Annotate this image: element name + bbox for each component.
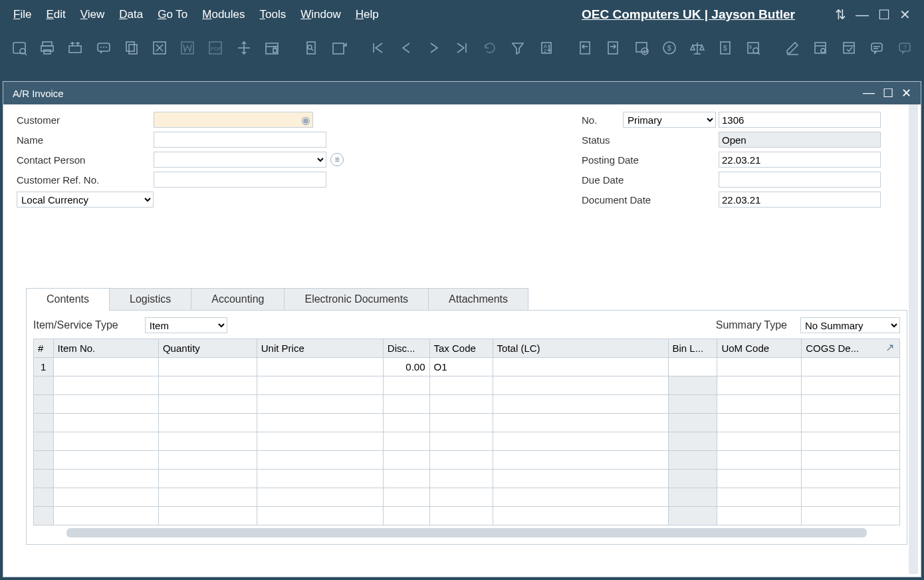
menu-file[interactable]: File — [13, 8, 31, 21]
target-doc-icon[interactable] — [602, 35, 624, 61]
customer-label: Customer — [17, 114, 154, 126]
first-record-icon[interactable] — [366, 35, 389, 61]
grid-col-quantity[interactable]: Quantity — [158, 339, 257, 358]
summary-type-select[interactable]: No Summary — [800, 317, 900, 333]
svg-point-11 — [100, 47, 102, 48]
tab-electronic-documents[interactable]: Electronic Documents — [284, 288, 429, 310]
svg-marker-10 — [100, 51, 103, 54]
close-app-icon[interactable]: ✕ — [899, 7, 911, 23]
minimize-app-icon[interactable]: — — [856, 7, 869, 23]
last-record-icon[interactable] — [451, 35, 473, 61]
tab-logistics[interactable]: Logistics — [109, 288, 191, 310]
menu-edit[interactable]: Edit — [46, 8, 65, 21]
due-date-input[interactable] — [719, 172, 881, 188]
launch-app-icon[interactable] — [233, 35, 255, 61]
close-doc-icon[interactable]: ✕ — [901, 86, 911, 100]
customer-input[interactable] — [154, 112, 313, 128]
link-icon[interactable]: ⇅ — [835, 7, 846, 23]
status-label: Status — [582, 134, 719, 146]
expand-grid-icon[interactable]: ↗ — [885, 341, 897, 353]
svg-rect-4 — [41, 46, 53, 51]
svg-text:$: $ — [749, 45, 752, 49]
vertical-scrollbar[interactable] — [909, 104, 918, 574]
tab-contents[interactable]: Contents — [26, 288, 110, 310]
summary-type-label: Summary Type — [716, 319, 787, 331]
prev-record-icon[interactable] — [395, 35, 417, 61]
next-record-icon[interactable] — [423, 35, 445, 61]
contact-details-icon[interactable]: ≡ — [330, 153, 344, 166]
document-date-input[interactable] — [719, 192, 881, 208]
svg-rect-0 — [13, 43, 25, 53]
contact-select[interactable] — [154, 152, 326, 168]
select-layout-icon[interactable] — [64, 35, 86, 61]
svg-rect-39 — [580, 42, 590, 54]
maximize-doc-icon[interactable]: ☐ — [883, 86, 893, 100]
grid-col-tax-code[interactable]: Tax Code — [429, 339, 493, 358]
refresh-icon[interactable] — [479, 35, 501, 61]
grid-col-item-no[interactable]: Item No. — [53, 339, 158, 358]
menu-data[interactable]: Data — [119, 8, 143, 21]
docnum-input[interactable] — [719, 112, 881, 128]
grid-col-total-lc[interactable]: Total (LC) — [493, 339, 668, 358]
customer-choose-icon[interactable]: ◉ — [301, 114, 310, 126]
volume-weight-icon[interactable] — [686, 35, 709, 61]
main-toolbar: PDF AZ $ $ $ $ ? — [0, 29, 924, 67]
item-service-type-select[interactable]: Item — [145, 317, 227, 333]
sort-icon[interactable]: AZ — [534, 35, 557, 61]
company-user-label[interactable]: OEC Computers UK | Jayson Butler — [582, 7, 795, 22]
grid-col-[interactable]: # — [34, 339, 54, 358]
sms-icon[interactable] — [92, 35, 115, 61]
items-grid[interactable]: #Item No.QuantityUnit PriceDisc...Tax Co… — [33, 339, 900, 525]
menu-window[interactable]: Window — [300, 8, 340, 21]
filter-icon[interactable] — [507, 35, 529, 61]
tab-attachments[interactable]: Attachments — [428, 288, 528, 310]
svg-text:$: $ — [643, 49, 645, 54]
pdf-icon[interactable]: PDF — [204, 35, 227, 61]
query-manager-icon[interactable]: $ — [742, 35, 764, 61]
custref-input[interactable] — [154, 172, 326, 188]
grid-col-uom-code[interactable]: UoM Code — [717, 339, 802, 358]
contents-tab-panel: Item/Service Type Item Summary Type No S… — [26, 311, 907, 545]
grid-horizontal-scrollbar[interactable] — [66, 528, 867, 537]
copy-icon[interactable] — [120, 35, 143, 61]
layout-designer-icon[interactable] — [781, 35, 804, 61]
print-icon[interactable] — [36, 35, 58, 61]
svg-text:Z: Z — [544, 49, 547, 53]
grid-col-disc[interactable]: Disc... — [383, 339, 429, 358]
user-def-values-icon[interactable] — [837, 35, 860, 61]
table-row[interactable]: 10.00O1 — [34, 358, 900, 376]
find-icon[interactable] — [299, 35, 322, 61]
status-value — [719, 132, 881, 148]
base-doc-icon[interactable] — [574, 35, 596, 61]
svg-rect-66 — [871, 43, 882, 51]
messages-icon[interactable] — [866, 35, 888, 61]
menu-view[interactable]: View — [80, 8, 105, 21]
menu-help[interactable]: Help — [356, 8, 379, 21]
document-window: A/R Invoice — ☐ ✕ Customer ◉ Name — [3, 81, 921, 577]
no-series-select[interactable]: Primary — [623, 112, 716, 128]
posting-date-input[interactable] — [719, 152, 881, 168]
gross-profit-icon[interactable]: $ — [658, 35, 681, 61]
form-settings-icon[interactable] — [809, 35, 832, 61]
menu-go-to[interactable]: Go To — [158, 8, 187, 21]
payment-means-icon[interactable]: $ — [630, 35, 653, 61]
word-icon[interactable] — [176, 35, 199, 61]
maximize-app-icon[interactable]: ☐ — [878, 7, 890, 23]
menu-modules[interactable]: Modules — [202, 8, 245, 21]
svg-rect-26 — [273, 49, 277, 53]
excel-icon[interactable] — [148, 35, 171, 61]
grid-col-bin-l[interactable]: Bin L... — [668, 339, 717, 358]
preview-icon[interactable] — [8, 35, 31, 61]
journal-icon[interactable]: $ — [714, 35, 737, 61]
menu-tools[interactable]: Tools — [260, 8, 287, 21]
table-row — [34, 470, 900, 488]
currency-select[interactable]: Local Currency — [17, 192, 154, 208]
name-input[interactable] — [154, 132, 326, 148]
tab-accounting[interactable]: Accounting — [191, 288, 285, 310]
document-title: A/R Invoice — [13, 88, 64, 99]
grid-col-unit-price[interactable]: Unit Price — [257, 339, 383, 358]
lock-screen-icon[interactable] — [261, 35, 283, 61]
minimize-doc-icon[interactable]: — — [863, 86, 875, 100]
context-help-icon[interactable]: ? — [893, 35, 916, 61]
add-icon[interactable] — [328, 35, 350, 61]
